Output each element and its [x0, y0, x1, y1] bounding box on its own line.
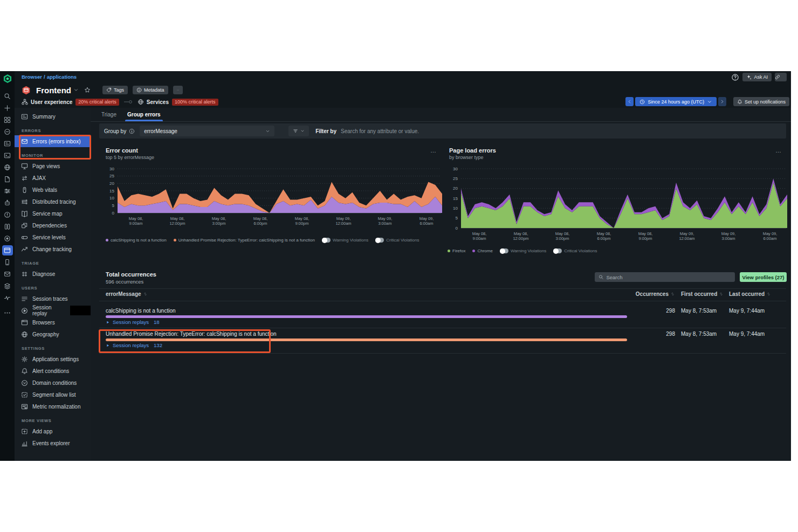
- legend-item[interactable]: Unhandled Promise Rejection: TypeError: …: [174, 238, 315, 243]
- violations-toggle[interactable]: Critical Violations: [375, 238, 419, 243]
- sidebar-item-segment-allow-list[interactable]: Segment allow list: [15, 389, 91, 400]
- more-actions-button[interactable]: [173, 86, 183, 94]
- sidebar-item-service-map[interactable]: Service map: [15, 208, 91, 219]
- violations-toggle[interactable]: Warning Violations: [500, 248, 546, 253]
- user-experience-alert-badge[interactable]: 20% critical alerts: [75, 99, 119, 106]
- rail-icon-dashboards[interactable]: [2, 139, 13, 149]
- rail-icon-alerts[interactable]: [2, 210, 13, 220]
- violations-toggle[interactable]: Warning Violations: [322, 238, 368, 243]
- sidebar-item-page-views[interactable]: Page views: [15, 160, 91, 172]
- sidebar-item-dependencies[interactable]: Dependencies: [15, 219, 91, 231]
- legend-item[interactable]: calcShipping is not a function: [106, 238, 167, 243]
- view-profiles-button[interactable]: View profiles (27): [740, 272, 787, 282]
- table-search-input[interactable]: [606, 274, 731, 280]
- sidebar-item-distributed-tracing[interactable]: Distributed tracing: [15, 196, 91, 208]
- error-message-cell[interactable]: calcShipping is not a function: [106, 308, 176, 314]
- rail-icon-apm[interactable]: [2, 127, 13, 137]
- rail-icon-assistant[interactable]: [2, 198, 13, 208]
- rail-icon-logs[interactable]: [2, 150, 13, 161]
- sidebar-item-service-levels[interactable]: Service levels: [15, 231, 91, 243]
- legend-item[interactable]: Firefox: [448, 248, 465, 253]
- services-alert-badge[interactable]: 100% critical alerts: [172, 99, 218, 106]
- toggle-switch-icon[interactable]: [322, 238, 331, 243]
- sidebar-item-alert-conditions[interactable]: Alert conditions: [15, 365, 91, 377]
- user-experience-label[interactable]: User experience: [31, 99, 72, 105]
- ask-ai-button[interactable]: Ask AI: [742, 73, 772, 81]
- column-header-occurrences[interactable]: Occurrences: [605, 291, 675, 297]
- rail-icon-activity[interactable]: [2, 293, 13, 303]
- services-label[interactable]: Services: [147, 99, 169, 105]
- rail-icon-add[interactable]: [2, 103, 13, 113]
- time-back-button[interactable]: [625, 97, 634, 106]
- tags-button[interactable]: Tags: [102, 86, 128, 94]
- sidebar-item-domain-conditions[interactable]: Domain conditions: [15, 377, 91, 389]
- rail-icon-mobile[interactable]: [2, 222, 13, 232]
- rail-icon-stacks[interactable]: [2, 281, 13, 291]
- sidebar-item-application-settings[interactable]: Application settings: [15, 353, 91, 365]
- content-area: Triage Group errors Group by errorMessag…: [91, 108, 791, 461]
- sidebar-item-add-app[interactable]: Add app: [15, 425, 91, 437]
- sidebar-item-diagnose[interactable]: Diagnose: [15, 268, 91, 280]
- legend-item[interactable]: Chrome: [472, 248, 492, 253]
- sidebar-item-metric-normalization[interactable]: Metric normalization: [15, 400, 91, 412]
- filter-search-input[interactable]: Search for any attribute or value.: [341, 128, 419, 134]
- rail-icon-browser[interactable]: [2, 245, 13, 255]
- sidebar-item-web-vitals[interactable]: Web vitals: [15, 184, 91, 196]
- rail-icon-queries[interactable]: [2, 186, 13, 196]
- sidebar-item-geography[interactable]: Geography: [15, 328, 91, 340]
- rail-icon-more[interactable]: [2, 308, 13, 318]
- svg-text:20: 20: [453, 186, 458, 191]
- sidebar-item-summary[interactable]: Summary: [15, 110, 91, 122]
- new-relic-logo-icon[interactable]: [3, 74, 12, 84]
- favorite-star-icon[interactable]: [84, 87, 91, 93]
- help-icon[interactable]: [731, 73, 739, 81]
- sidebar-section-users: USERS: [15, 280, 91, 293]
- sidebar-item-browsers[interactable]: Browsers: [15, 316, 91, 328]
- session-replays-link[interactable]: Session replays 132: [106, 342, 162, 348]
- toggle-switch-icon[interactable]: [375, 238, 384, 243]
- sort-icon: [766, 292, 771, 296]
- sidebar-item-session-traces[interactable]: Session traces: [15, 293, 91, 305]
- rail-icon-inbox[interactable]: [2, 269, 13, 279]
- toggle-switch-icon[interactable]: [553, 248, 562, 253]
- rail-icon-devices[interactable]: [2, 257, 13, 267]
- info-icon: [136, 87, 142, 93]
- rail-icon-documents[interactable]: [2, 174, 13, 184]
- rail-icon-web[interactable]: [2, 162, 13, 172]
- toggle-switch-icon[interactable]: [500, 248, 508, 253]
- metadata-button[interactable]: Metadata: [133, 86, 168, 94]
- column-header-last-occurred[interactable]: Last occurred: [729, 291, 788, 297]
- svg-text:15: 15: [109, 189, 114, 194]
- connector-icon: [123, 100, 133, 104]
- breadcrumb-applications[interactable]: applications: [47, 74, 77, 80]
- error-message-cell[interactable]: Unhandled Promise Rejection: TypeError: …: [106, 331, 277, 337]
- chart-menu-button[interactable]: …: [775, 147, 782, 154]
- sidebar-item-ajax[interactable]: AJAX: [15, 172, 91, 184]
- group-by-select[interactable]: errorMessage: [140, 126, 274, 136]
- sidebar-item-change-tracking[interactable]: Change tracking: [15, 243, 91, 255]
- setup-notifications-button[interactable]: Set up notifications: [733, 97, 789, 106]
- tab-group-errors[interactable]: Group errors: [127, 108, 161, 121]
- time-forward-button[interactable]: [718, 97, 726, 106]
- svg-text:May 08,9:00am: May 08,9:00am: [129, 216, 143, 226]
- session-replays-link[interactable]: Session replays 18: [106, 319, 160, 325]
- tab-triage[interactable]: Triage: [101, 108, 116, 121]
- chevron-down-icon[interactable]: [73, 87, 79, 93]
- svg-text:May 08,9:00am: May 08,9:00am: [472, 231, 487, 241]
- svg-text:May 09,6:00am: May 09,6:00am: [419, 216, 434, 226]
- filter-menu-button[interactable]: [288, 126, 309, 136]
- rail-icon-apps[interactable]: [2, 115, 13, 125]
- sidebar-item-errors-inbox[interactable]: Errors (errors inbox): [15, 135, 91, 147]
- chart-menu-button[interactable]: …: [430, 147, 437, 154]
- rail-icon-search[interactable]: [2, 91, 13, 101]
- sidebar-item-events-explorer[interactable]: Events explorer: [15, 437, 91, 449]
- sidebar-item-session-replay[interactable]: Session replay: [15, 305, 91, 316]
- info-icon[interactable]: [129, 128, 135, 134]
- violations-toggle[interactable]: Critical Violations: [553, 248, 597, 253]
- rail-icon-synthetics[interactable]: [2, 233, 13, 244]
- time-range-picker[interactable]: Since 24 hours ago (UTC): [635, 97, 717, 106]
- metric-normalization-icon: [21, 403, 28, 410]
- column-header-error-message[interactable]: errorMessage: [106, 291, 148, 297]
- breadcrumb-browser[interactable]: Browser: [22, 74, 42, 80]
- permalink-button[interactable]: [775, 73, 787, 81]
